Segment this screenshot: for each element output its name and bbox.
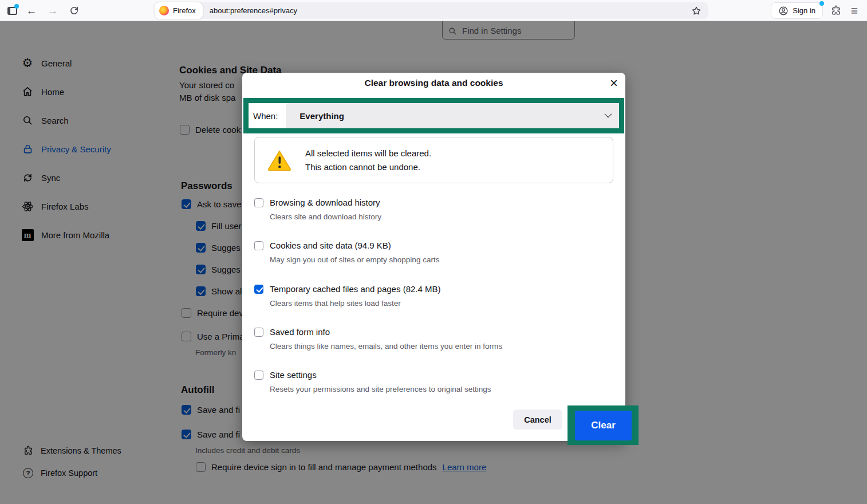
- dropdown-selected-value: Everything: [286, 111, 344, 121]
- clear-button-highlight: Clear: [568, 405, 639, 445]
- forward-arrow-icon[interactable]: →: [45, 0, 60, 21]
- bookmark-star-icon[interactable]: [691, 6, 702, 16]
- warning-line2: This action cannot be undone.: [305, 160, 431, 174]
- clear-button[interactable]: Clear: [575, 411, 632, 440]
- clear-item-label: Temporary cached files and pages (82.4 M…: [270, 284, 440, 294]
- checkbox-checked[interactable]: [254, 285, 263, 294]
- back-arrow-icon[interactable]: ←: [24, 0, 39, 21]
- browser-toolbar: ← → Firefox about:preferences#privacy: [0, 0, 867, 21]
- firefox-logo-icon: [159, 6, 169, 15]
- address-bar[interactable]: Firefox about:preferences#privacy: [155, 2, 708, 19]
- firefox-window: ← → Firefox about:preferences#privacy: [0, 0, 867, 504]
- when-row: When: Everything: [249, 103, 619, 128]
- notification-dot: [14, 4, 19, 9]
- sign-in-label: Sign in: [793, 6, 815, 15]
- checkbox[interactable]: [254, 198, 263, 207]
- clear-item-description: May sign you out of sites or empty shopp…: [270, 255, 609, 264]
- clear-item-browsing-history[interactable]: Browsing & download history Clears site …: [254, 198, 609, 221]
- dialog-title: Clear browsing data and cookies: [242, 78, 625, 88]
- clear-item-label: Browsing & download history: [270, 198, 380, 207]
- clear-item-label: Cookies and site data (94.9 KB): [270, 241, 391, 250]
- clear-item-cache[interactable]: Temporary cached files and pages (82.4 M…: [254, 284, 609, 308]
- when-label: When:: [249, 111, 286, 121]
- clear-item-description: Clears things like names, emails, and ot…: [270, 342, 609, 351]
- sign-in-button[interactable]: Sign in: [771, 2, 823, 19]
- clear-item-cookies[interactable]: Cookies and site data (94.9 KB) May sign…: [254, 241, 609, 264]
- firefox-view-icon[interactable]: [5, 0, 19, 21]
- account-avatar-icon: [778, 6, 789, 16]
- sign-in-notification-dot: [819, 1, 824, 6]
- clear-item-form-info[interactable]: Saved form info Clears things like names…: [254, 327, 609, 351]
- warning-box: All selected items will be cleared. This…: [254, 137, 613, 183]
- warning-triangle-icon: [267, 149, 291, 171]
- extensions-puzzle-icon[interactable]: [828, 0, 843, 21]
- clear-item-site-settings[interactable]: Site settings Resets your permissions an…: [254, 370, 609, 393]
- chevron-down-icon: [605, 111, 612, 118]
- checkbox[interactable]: [254, 241, 263, 250]
- clear-item-label: Site settings: [270, 370, 317, 380]
- when-row-highlight: When: Everything: [243, 98, 624, 133]
- warning-line1: All selected items will be cleared.: [305, 147, 431, 160]
- clear-item-description: Clears items that help sites load faster: [270, 299, 609, 308]
- checkbox[interactable]: [254, 371, 263, 380]
- close-icon[interactable]: ×: [610, 74, 618, 92]
- cancel-button[interactable]: Cancel: [513, 410, 562, 430]
- reload-icon[interactable]: [66, 0, 81, 21]
- clear-item-description: Clears site and download history: [270, 212, 609, 221]
- clear-item-label: Saved form info: [270, 327, 330, 337]
- time-range-dropdown[interactable]: Everything: [286, 103, 619, 128]
- checkbox[interactable]: [254, 328, 263, 337]
- url-text[interactable]: about:preferences#privacy: [210, 6, 691, 15]
- clear-browsing-data-dialog: Clear browsing data and cookies × When: …: [242, 73, 625, 441]
- clear-item-description: Resets your permissions and site prefere…: [270, 385, 609, 393]
- page-identity-chip[interactable]: Firefox: [155, 2, 203, 19]
- menu-hamburger-icon[interactable]: ≡: [846, 0, 862, 21]
- tab-label: Firefox: [173, 6, 196, 15]
